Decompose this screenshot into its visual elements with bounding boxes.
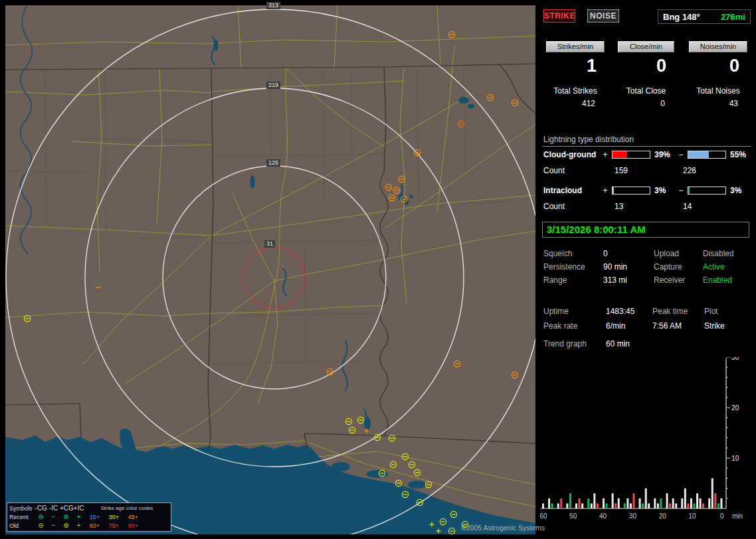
trend-bar <box>624 503 626 508</box>
counter-button-1[interactable]: Close/min <box>618 41 674 52</box>
legend-row: Old⊖−⊕+60+75+90+ <box>7 521 171 530</box>
trend-bar <box>575 503 577 508</box>
trend-bar <box>672 499 674 508</box>
trend-bar <box>702 503 704 508</box>
trend-bar <box>591 503 593 508</box>
settings-label: Persistence <box>543 262 603 271</box>
total-value-2: 43 <box>689 99 747 108</box>
legend-symbol-icon: ⊖ <box>35 514 47 520</box>
rate-value-1: 0 <box>618 56 674 76</box>
trend-bar <box>557 503 559 508</box>
x-tick-label: 10 <box>688 512 696 520</box>
legend-age-code: 75+ <box>104 522 124 529</box>
trend-bars <box>542 478 722 508</box>
trend-bar <box>648 503 650 508</box>
cg-positive-bar <box>612 151 650 159</box>
trend-bar <box>551 503 553 508</box>
plus-sign: + <box>601 186 609 195</box>
trend-bar <box>566 503 568 508</box>
nexstorm-window: 313 219 125 31 Symbols-CG-IC+CG+ICStrike… <box>0 0 756 539</box>
legend-age-code: 90+ <box>124 522 143 529</box>
trend-bar <box>717 503 719 508</box>
axis-ticks <box>726 357 730 499</box>
x-tick-label: 0 <box>720 512 724 520</box>
uptime-row: Uptime 1483:45 Peak time Plot <box>543 304 752 319</box>
x-axis-labels: 6050403020100min <box>539 512 743 520</box>
ic-negative-bar <box>688 187 726 194</box>
legend-symbols-header: Symbols <box>9 505 35 512</box>
trend-bar <box>569 493 571 508</box>
x-tick-label: 50 <box>569 512 577 520</box>
uptime-label: Uptime <box>543 307 606 316</box>
legend-age-code: 45+ <box>124 514 143 520</box>
ic-positive-bar <box>612 187 650 194</box>
range-ring-label: 125 <box>266 159 280 167</box>
settings-value: Active <box>703 262 725 271</box>
settings-row: Persistence90 minCaptureActive <box>543 260 752 273</box>
ic-positive-pct: 3% <box>653 186 677 195</box>
legend-age-code: 15+ <box>85 514 104 520</box>
cg-label: Cloud-ground <box>543 150 601 159</box>
peak-rate-label: Peak rate <box>543 321 606 331</box>
counter-button-2[interactable]: Noises/min <box>689 41 747 52</box>
legend-col-header: -CG <box>35 505 47 512</box>
total-value-0: 412 <box>546 99 605 108</box>
trend-window-value: 60 min <box>606 339 630 348</box>
divider <box>542 146 751 147</box>
settings-value: Enabled <box>703 275 732 285</box>
noise-toggle-button[interactable]: NOISE <box>587 9 619 23</box>
settings-label: Range <box>543 275 603 285</box>
trend-bar <box>711 478 713 508</box>
trend-bar <box>639 499 641 508</box>
trend-bar <box>606 503 608 508</box>
ic-count-row: Count 13 14 <box>543 202 692 211</box>
trend-bar <box>687 503 689 508</box>
x-axis-unit: min <box>732 512 743 520</box>
total-value-1: 0 <box>618 99 674 108</box>
trend-bar <box>579 499 581 508</box>
ic-label: Intracloud <box>543 186 601 195</box>
strike-toggle-button[interactable]: STRIKE <box>543 9 575 23</box>
bearing-value: Bng 148° <box>663 12 700 22</box>
distribution-title: Lightning type distribution <box>543 135 634 144</box>
intracloud-row: Intracloud + 3% − 3% <box>543 186 753 195</box>
stats-rows: Uptime 1483:45 Peak time Plot Peak rate … <box>543 304 752 333</box>
trend-bar <box>654 499 656 508</box>
trend-graph-header: Trend graph 60 min <box>543 339 630 348</box>
legend-header-row: Symbols-CG-IC+CG+ICStrike age color code… <box>7 504 171 512</box>
settings-grid: Squelch0UploadDisabledPersistence90 minC… <box>543 247 752 287</box>
trend-bar <box>669 503 671 508</box>
trend-bar <box>694 503 696 508</box>
legend-col-header: +IC <box>72 505 85 512</box>
settings-label: Capture <box>654 262 703 271</box>
rate-value-2: 0 <box>689 56 747 76</box>
bar-fill <box>613 151 627 158</box>
peak-time-header: Peak time <box>652 307 704 316</box>
trend-bar <box>593 493 595 508</box>
trend-bar <box>618 499 620 508</box>
y-tick-label: 20 <box>731 404 739 412</box>
bar-fill <box>688 187 690 194</box>
copyright-text: ©2005 Astrogenic Systems <box>461 524 545 532</box>
trend-bar <box>642 503 644 508</box>
trend-bar <box>542 503 544 508</box>
trend-bar <box>645 489 647 508</box>
trend-bar <box>612 493 614 508</box>
counter-button-0[interactable]: Strikes/min <box>546 41 605 52</box>
settings-row: Range313 miReceiverEnabled <box>543 273 752 287</box>
trend-bar <box>587 499 589 508</box>
total-label-2: Total Noises <box>689 86 747 96</box>
count-label: Count <box>543 166 614 175</box>
trend-bar <box>581 503 583 508</box>
total-label-1: Total Close <box>618 86 674 96</box>
trend-bar <box>548 499 550 508</box>
settings-row: Squelch0UploadDisabled <box>543 247 752 260</box>
trend-bar <box>708 499 710 508</box>
cg-positive-pct: 39% <box>653 150 677 159</box>
cg-negative-count: 226 <box>683 166 696 175</box>
status-panel: STRIKE NOISE Bng 148° 276mi Lightning ty… <box>539 0 756 539</box>
bar-fill <box>688 151 709 158</box>
trend-bar <box>597 503 599 508</box>
legend-age-code: 30+ <box>104 514 124 520</box>
ic-negative-pct: 3% <box>729 186 753 195</box>
